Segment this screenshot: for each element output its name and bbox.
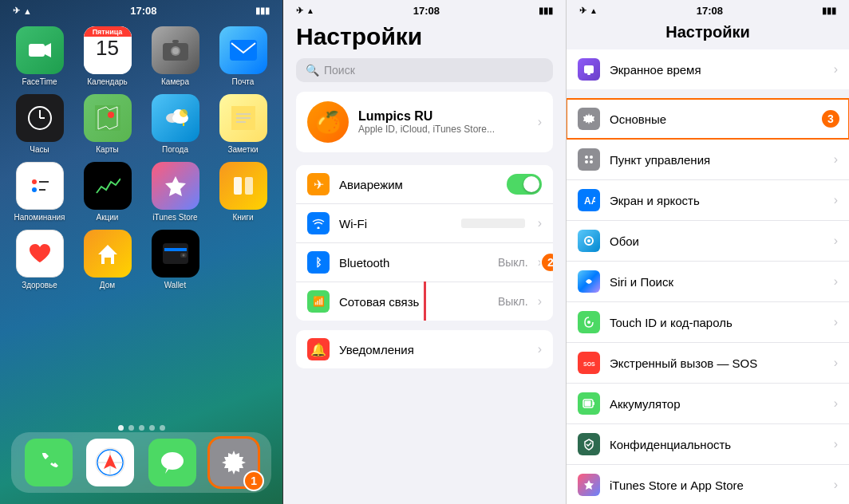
status-left-2: ✈ ▲ bbox=[296, 6, 314, 16]
camera-icon bbox=[152, 26, 199, 74]
row-general[interactable]: Основные › 3 bbox=[567, 99, 849, 139]
mail-label: Почта bbox=[232, 77, 255, 86]
row-display[interactable]: AA Экран и яркость › bbox=[567, 179, 849, 220]
row-privacy[interactable]: Конфиденциальность › bbox=[567, 423, 849, 464]
row-airplane[interactable]: ✈ Авиарежим bbox=[296, 165, 553, 203]
svg-point-17 bbox=[180, 109, 188, 117]
app-home[interactable]: Дом bbox=[77, 230, 137, 289]
calendar-icon: Пятница 15 bbox=[84, 26, 132, 74]
settings-rows-container: ✈ Авиарежим Wi-Fi › ᛒ Bluetooth Выкл. › bbox=[283, 165, 566, 368]
row-siri[interactable]: Siri и Поиск › bbox=[567, 261, 849, 301]
status-bar-3: ✈ ▲ 17:08 ▮▮▮ bbox=[567, 0, 849, 20]
row-wallpaper[interactable]: Обои › bbox=[567, 220, 849, 261]
itunesappstore-chevron: › bbox=[834, 478, 838, 492]
app-health[interactable]: Здоровье bbox=[10, 230, 69, 289]
profile-row[interactable]: 🍊 Lumpics RU Apple ID, iCloud, iTunes St… bbox=[296, 92, 553, 152]
dock-safari[interactable] bbox=[86, 439, 134, 486]
notes-icon bbox=[219, 94, 267, 142]
step-1-badge: 1 bbox=[243, 471, 264, 491]
svg-marker-58 bbox=[584, 480, 594, 490]
wallpaper-label: Обои bbox=[610, 234, 824, 248]
airplane-label: Авиарежим bbox=[339, 178, 497, 191]
settings-detail-scroll: Экранное время › Основные › 3 bbox=[567, 49, 849, 504]
cellular-label: Сотовая связь bbox=[339, 295, 488, 309]
app-reminders[interactable]: Напоминания bbox=[10, 162, 69, 222]
screentime-section: Экранное время › bbox=[567, 49, 849, 89]
time-2: 17:08 bbox=[413, 5, 440, 17]
svg-rect-57 bbox=[585, 401, 591, 407]
page-dots bbox=[0, 425, 282, 431]
dock-settings[interactable]: 1 bbox=[210, 439, 258, 486]
phone-icon bbox=[25, 439, 73, 486]
panel-settings-main: ✈ ▲ 17:08 ▮▮▮ Настройки 🔍 Поиск 🍊 Lumpic… bbox=[283, 0, 567, 504]
screentime-label: Экранное время bbox=[610, 63, 824, 77]
svg-rect-27 bbox=[234, 177, 242, 195]
notifications-row-icon: 🔔 bbox=[307, 338, 330, 360]
sos-chevron: › bbox=[834, 356, 838, 370]
cellular-row-icon: 📶 bbox=[307, 290, 330, 313]
books-icon bbox=[219, 162, 267, 210]
screentime-icon bbox=[578, 58, 600, 81]
dot-1 bbox=[118, 425, 124, 431]
airplane-toggle[interactable] bbox=[507, 174, 542, 195]
bluetooth-label: Bluetooth bbox=[339, 256, 488, 270]
svg-point-12 bbox=[108, 112, 114, 118]
svg-rect-43 bbox=[584, 65, 594, 73]
search-bar[interactable]: 🔍 Поиск bbox=[296, 58, 553, 82]
siri-icon bbox=[578, 270, 600, 293]
app-itunesstore[interactable]: iTunes Store bbox=[145, 162, 205, 222]
dock-phone[interactable] bbox=[25, 439, 73, 486]
touchid-icon bbox=[578, 311, 600, 333]
privacy-chevron: › bbox=[834, 437, 838, 451]
svg-rect-31 bbox=[164, 248, 187, 251]
row-wifi[interactable]: Wi-Fi › bbox=[296, 203, 553, 242]
wifi-chevron: › bbox=[538, 216, 542, 230]
row-controlcenter[interactable]: Пункт управления › bbox=[567, 139, 849, 179]
app-clock[interactable]: Часы bbox=[10, 94, 69, 154]
app-weather[interactable]: Погода bbox=[145, 94, 205, 154]
wallet-label: Wallet bbox=[164, 281, 186, 289]
display-chevron: › bbox=[834, 193, 838, 207]
app-facetime[interactable]: FaceTime bbox=[10, 26, 69, 86]
time-3: 17:08 bbox=[697, 5, 723, 17]
app-calendar[interactable]: Пятница 15 Календарь bbox=[77, 26, 137, 86]
svg-point-48 bbox=[585, 160, 588, 163]
dock-messages[interactable] bbox=[148, 439, 196, 486]
app-maps[interactable]: Карты bbox=[77, 94, 137, 154]
step-2-badge: 2 bbox=[540, 252, 553, 273]
row-screentime[interactable]: Экранное время › bbox=[567, 49, 849, 89]
screentime-chevron: › bbox=[834, 62, 838, 77]
time-1: 17:08 bbox=[130, 5, 156, 17]
health-icon bbox=[16, 230, 64, 278]
sos-icon: SOS bbox=[578, 352, 600, 374]
row-notifications[interactable]: 🔔 Уведомления › bbox=[296, 330, 553, 368]
profile-card[interactable]: 🍊 Lumpics RU Apple ID, iCloud, iTunes St… bbox=[296, 92, 553, 152]
app-camera[interactable]: Камера bbox=[145, 26, 205, 86]
bluetooth-value: Выкл. bbox=[498, 256, 528, 269]
facetime-icon bbox=[16, 26, 64, 74]
row-touchid[interactable]: Touch ID и код-пароль › bbox=[567, 301, 849, 342]
profile-subtitle: Apple ID, iCloud, iTunes Store... bbox=[358, 124, 528, 135]
svg-point-46 bbox=[585, 156, 588, 159]
airplane-icon-3: ✈ bbox=[579, 6, 586, 16]
svg-point-34 bbox=[182, 254, 184, 257]
app-mail[interactable]: Почта bbox=[213, 26, 273, 86]
status-left-1: ✈ ▲ bbox=[13, 6, 32, 16]
general-row-wrapper: Основные › 3 bbox=[567, 99, 849, 139]
panel-settings-detail: ✈ ▲ 17:08 ▮▮▮ Настройки Экранное время › bbox=[567, 0, 849, 504]
controlcenter-icon bbox=[578, 148, 600, 171]
app-wallet[interactable]: Wallet bbox=[145, 230, 205, 289]
display-icon: AA bbox=[578, 189, 600, 211]
app-notes[interactable]: Заметки bbox=[213, 94, 273, 154]
app-stocks[interactable]: Акции bbox=[77, 162, 137, 222]
clock-icon bbox=[16, 94, 64, 142]
search-icon: 🔍 bbox=[306, 64, 319, 77]
row-sos[interactable]: SOS Экстренный вызов — SOS › bbox=[567, 342, 849, 383]
app-books[interactable]: Книги bbox=[213, 162, 273, 222]
row-bluetooth[interactable]: ᛒ Bluetooth Выкл. › 2 bbox=[296, 242, 553, 282]
row-itunesappstore[interactable]: iTunes Store и App Store › bbox=[567, 464, 849, 504]
row-battery[interactable]: Аккумулятор › bbox=[567, 383, 849, 423]
settings-main-title: Настройки bbox=[283, 20, 566, 58]
svg-rect-5 bbox=[172, 40, 179, 43]
reminders-label: Напоминания bbox=[14, 213, 65, 222]
